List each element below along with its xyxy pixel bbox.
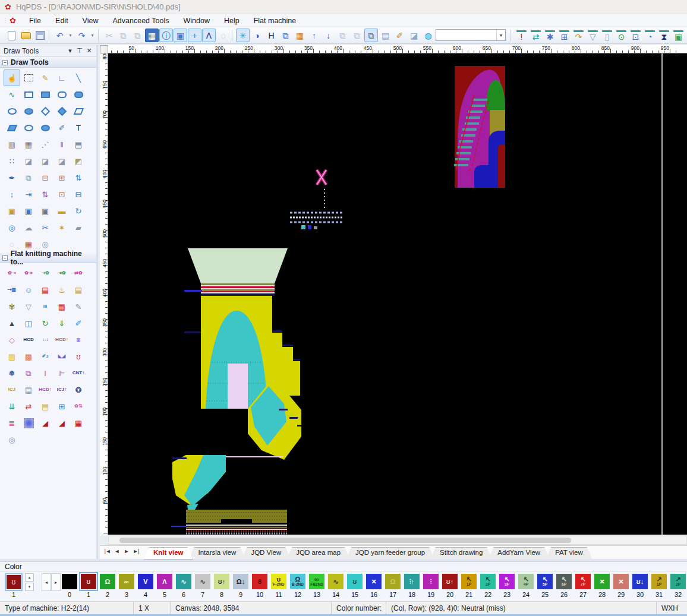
- tool-fill-bucket-4[interactable]: ◩: [70, 153, 87, 169]
- yarn-gears-button[interactable]: ✱: [543, 29, 557, 42]
- color-swatch-23[interactable]: ↖3P: [499, 574, 515, 589]
- tool-swap-blocks[interactable]: ⇄: [20, 398, 37, 415]
- yarn-warning-button[interactable]: !: [515, 29, 528, 42]
- color-swatch-28[interactable]: ✕: [594, 574, 610, 589]
- tool-pink-dashes[interactable]: ≣: [4, 415, 20, 431]
- tool-rounded-rect-filled[interactable]: [70, 86, 87, 103]
- tool-row-distribute[interactable]: ⇅: [37, 186, 53, 203]
- export-image-button[interactable]: ▣: [672, 29, 685, 42]
- tab-jqd-view[interactable]: JQD View: [241, 547, 291, 560]
- tool-hcd[interactable]: HCD: [20, 331, 37, 348]
- tool-tool-j[interactable]: ✐ᴊ: [37, 348, 53, 365]
- color-swatch-17[interactable]: Ω: [385, 574, 401, 589]
- tool-zoom-tool[interactable]: ◎: [4, 219, 20, 236]
- tool-transfer-4[interactable]: ⇥✿: [53, 265, 70, 282]
- color-swatch-15[interactable]: ʊ: [347, 574, 363, 589]
- tool-green-return[interactable]: ↻: [37, 315, 53, 331]
- tool-snow-pattern[interactable]: ❅: [4, 365, 20, 381]
- copy-button[interactable]: ⧉: [116, 29, 130, 42]
- tool-fill-bucket-1[interactable]: ◪: [20, 153, 37, 169]
- tab-nav-first-button[interactable]: |◄: [103, 548, 112, 554]
- paste-button[interactable]: ⧉: [131, 29, 144, 42]
- tool-line[interactable]: ╲: [70, 70, 87, 86]
- tool-hcd-up-2[interactable]: HCD↑: [37, 381, 53, 398]
- tool-transfer-1[interactable]: ✿⇢: [4, 265, 20, 282]
- tool-eraser[interactable]: ▰: [70, 219, 87, 236]
- tool-triple-i[interactable]: iii: [37, 298, 53, 315]
- color-swatch-26[interactable]: ↖6P: [556, 574, 572, 589]
- tool-polyline[interactable]: ∟: [53, 70, 70, 86]
- menu-window[interactable]: Window: [176, 15, 216, 26]
- layers-button[interactable]: ⧉: [279, 29, 292, 42]
- open-file-button[interactable]: [19, 29, 33, 42]
- tool-rectangle-filled[interactable]: [37, 86, 53, 103]
- collapse-icon[interactable]: −: [2, 255, 8, 261]
- panel-close-icon[interactable]: ✕: [84, 47, 94, 55]
- tool-fill-bucket-3[interactable]: ◪: [53, 153, 70, 169]
- yarn-gear-box-button[interactable]: ⊞: [557, 29, 571, 42]
- tool-cloud[interactable]: ☁: [20, 219, 37, 236]
- tool-pattern-vlines[interactable]: ▥: [4, 136, 20, 153]
- yarn-redo-button[interactable]: ↷: [572, 29, 585, 42]
- tool-transfer-3[interactable]: ⇢✿: [37, 265, 53, 282]
- tool-transfer-5[interactable]: ⇄✿: [70, 265, 87, 282]
- tool-polygon-filled[interactable]: [37, 119, 53, 136]
- color-swatch-24[interactable]: ↖4P: [518, 574, 534, 589]
- color-swatch-18[interactable]: ⫶↑: [404, 574, 420, 589]
- tool-magic-wand[interactable]: ✶: [53, 219, 70, 236]
- tab-stitch-drawing[interactable]: Stitch drawing: [430, 547, 492, 560]
- tool-pattern-block[interactable]: ▦: [70, 415, 87, 431]
- menu-view[interactable]: View: [75, 15, 106, 26]
- color-swatch-8[interactable]: ʊ↑: [214, 574, 229, 589]
- tool-yarn-loop[interactable]: ʊ: [70, 348, 87, 365]
- usb-button[interactable]: ▯: [600, 29, 614, 42]
- tool-align-left[interactable]: ⊟: [37, 169, 53, 186]
- group-gray-2-button[interactable]: ⧉: [350, 29, 364, 42]
- canvas-h-scrollbar[interactable]: [108, 536, 687, 545]
- tab-nav-prev-button[interactable]: ◄: [113, 548, 121, 554]
- tool-chisel[interactable]: ✐: [70, 315, 87, 331]
- tool-monitor-1[interactable]: ⊡: [53, 186, 70, 203]
- redo-button[interactable]: ↷: [75, 29, 89, 42]
- color-blocks-button[interactable]: ▦: [293, 29, 307, 42]
- color-swatch-7[interactable]: ∿: [195, 574, 210, 589]
- tool-stairs[interactable]: ◢: [37, 415, 53, 431]
- tool-marquee-select[interactable]: [20, 70, 37, 86]
- yarn-swap-button[interactable]: ⇄: [529, 29, 543, 42]
- color-swatch-13[interactable]: ∞FB2ND: [309, 574, 324, 589]
- tool-orange-bars[interactable]: ⊫: [53, 365, 70, 381]
- curve-a-button[interactable]: Λ: [202, 29, 216, 42]
- letter-h-button[interactable]: H: [264, 29, 278, 42]
- color-swatch-29[interactable]: ✕: [613, 574, 629, 589]
- tool-pencil[interactable]: ✎: [37, 70, 53, 86]
- tool-select-hand[interactable]: ☝: [4, 70, 20, 86]
- tool-orange-square[interactable]: ▩: [20, 348, 37, 365]
- tool-layer-cake[interactable]: ▤: [70, 282, 87, 298]
- tool-ellipse-filled[interactable]: [20, 103, 37, 119]
- menu-file[interactable]: File: [22, 15, 48, 26]
- undo-dropdown-icon[interactable]: ▾: [67, 29, 74, 42]
- redo-dropdown-icon[interactable]: ▾: [89, 29, 96, 42]
- color-swatch-19[interactable]: ⫶: [423, 574, 439, 589]
- color-prev-button[interactable]: ◂: [42, 573, 51, 591]
- tool-i-beam[interactable]: I: [37, 365, 53, 381]
- tool-monitor-2[interactable]: ⊟: [70, 186, 87, 203]
- color-swatch-1[interactable]: ʊ: [81, 574, 96, 589]
- color-swatch-30[interactable]: ʊ↓: [632, 574, 648, 589]
- shift-down-button[interactable]: ↓: [322, 29, 335, 42]
- tool-user-edit[interactable]: ☺: [20, 282, 37, 298]
- tool-down-down[interactable]: ↓-↓: [37, 331, 53, 348]
- tool-down-reject[interactable]: ⇊: [4, 398, 20, 415]
- tool-eyedropper[interactable]: ✐: [53, 119, 70, 136]
- tool-door-b[interactable]: ◫: [20, 315, 37, 331]
- color-spin-up-button[interactable]: ▲: [25, 573, 34, 582]
- info-button[interactable]: ⓘ: [159, 29, 173, 42]
- hourglass-button[interactable]: ⧗: [657, 29, 671, 42]
- tool-green-import[interactable]: ⇓: [53, 315, 70, 331]
- tool-polygon[interactable]: [20, 119, 37, 136]
- color-swatch-2[interactable]: Ω: [100, 574, 115, 589]
- tool-gray-layers[interactable]: ▤: [20, 381, 37, 398]
- tool-frame-1[interactable]: ▣: [4, 203, 20, 219]
- tool-frame-2[interactable]: ▣: [20, 203, 37, 219]
- tool-cnt-up[interactable]: CNT↑: [70, 365, 87, 381]
